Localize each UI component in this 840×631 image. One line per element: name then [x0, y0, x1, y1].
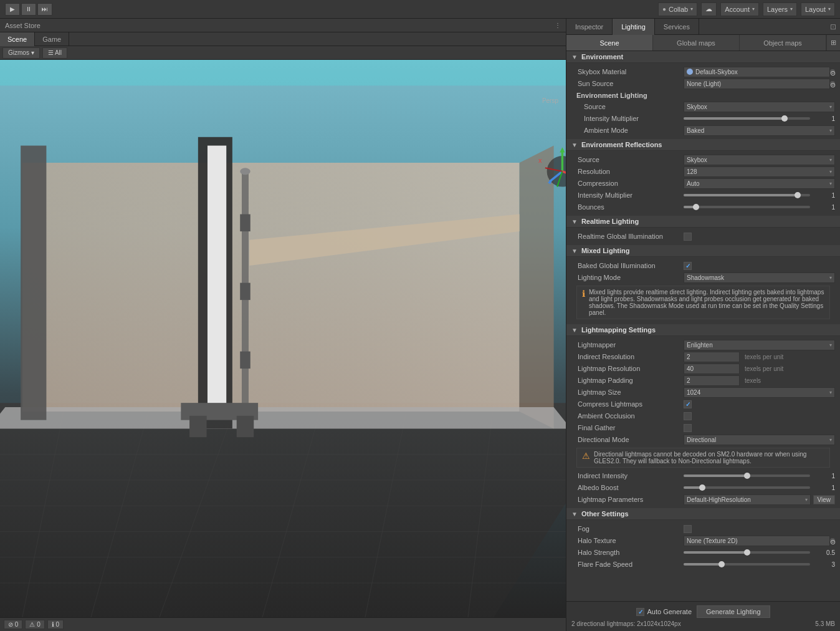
fog-checkbox[interactable]: ✓ [684, 525, 692, 533]
lightmap-padding-input[interactable] [684, 375, 740, 386]
compress-checkbox[interactable]: ✓ [684, 400, 692, 408]
ref-resolution-dropdown[interactable]: 128 ▾ [684, 166, 835, 177]
auto-generate-checkbox[interactable]: ✓ [636, 608, 644, 616]
indirect-res-unit: texels per unit [745, 354, 783, 360]
scene-tab[interactable]: Scene [0, 32, 35, 46]
env-intensity-num: 1 [813, 115, 835, 122]
albedo-boost-thumb[interactable] [699, 484, 705, 491]
panel-expand[interactable]: ⊡ [826, 22, 840, 31]
lightmap-params-row: Lightmap Parameters Default-HighResoluti… [571, 494, 835, 505]
other-settings-header[interactable]: ▼ Other Settings [566, 508, 840, 520]
subtab-extra[interactable]: ⊞ [826, 35, 840, 51]
directional-info-text: Directional lightmaps cannot be decoded … [594, 451, 824, 465]
final-gather-row: Final Gather ✓ [571, 422, 835, 433]
env-arrow-icon: ▼ [571, 54, 578, 60]
cloud-button[interactable]: ☁ [701, 2, 717, 16]
svg-point-23 [240, 168, 251, 175]
rgi-checkbox[interactable]: ✓ [684, 233, 692, 241]
skybox-select-btn[interactable]: ⊙ [830, 69, 835, 74]
footer-size: 5.3 MB [815, 620, 835, 627]
lightmap-res-unit: texels per unit [745, 365, 783, 372]
compress-label: Compress Lightmaps [571, 400, 684, 408]
ambient-mode-dropdown[interactable]: Baked ▾ [684, 125, 835, 136]
lighting-mode-dropdown[interactable]: Shadowmask ▾ [684, 272, 835, 283]
indirect-intensity-thumb[interactable] [744, 473, 750, 479]
svg-rect-21 [208, 146, 226, 412]
topbar: ▶ ⏸ ⏭ ● Collab ▾ ☁ Account ▾ Layers ▾ La… [0, 0, 840, 19]
bounces-thumb[interactable] [693, 204, 699, 210]
directional-mode-dropdown[interactable]: Directional ▾ [684, 435, 835, 445]
ref-intensity-thumb[interactable] [795, 192, 801, 198]
halo-texture-select-btn[interactable]: ⊙ [830, 538, 835, 543]
layers-dropdown[interactable]: Layers ▾ [763, 2, 797, 16]
flare-fade-slider: 3 [684, 561, 835, 568]
halo-strength-track[interactable] [684, 551, 810, 554]
tab-inspector[interactable]: Inspector [566, 19, 613, 35]
env-intensity-thumb[interactable] [781, 115, 788, 122]
flare-fade-track[interactable] [684, 563, 810, 566]
halo-strength-thumb[interactable] [744, 549, 750, 556]
lightmap-size-arrow: ▾ [829, 390, 832, 395]
final-gather-checkbox[interactable]: ✓ [684, 424, 692, 432]
game-tab[interactable]: Game [35, 32, 69, 46]
env-intensity-fill [684, 117, 785, 120]
fog-label: Fog [571, 525, 684, 532]
ref-source-dropdown[interactable]: Skybox ▾ [684, 155, 835, 165]
sun-source-obj[interactable]: None (Light) [684, 79, 830, 89]
scene-canvas[interactable]: x y z Persp [0, 60, 566, 617]
account-dropdown[interactable]: Account ▾ [720, 2, 759, 16]
sun-source-select-btn[interactable]: ⊙ [830, 81, 835, 86]
gizmos-button[interactable]: Gizmos ▾ [2, 47, 40, 59]
lightmap-params-view-btn[interactable]: View [813, 495, 836, 504]
asset-store-resize[interactable]: ⋮ [555, 22, 561, 29]
environment-section-header[interactable]: ▼ Environment [566, 51, 840, 63]
subtab-global-maps[interactable]: Global maps [653, 35, 740, 51]
env-section-title: Environment [581, 53, 623, 60]
subtab-scene[interactable]: Scene [566, 35, 653, 51]
bgi-checkbox[interactable]: ✓ [684, 262, 692, 270]
step-button[interactable]: ⏭ [37, 3, 52, 16]
viewport: Asset Store ⋮ Scene Game Gizmos ▾ ☰ All [0, 19, 566, 631]
all-button[interactable]: ☰ All [42, 47, 67, 59]
lightmapping-header[interactable]: ▼ Lightmapping Settings [566, 324, 840, 336]
ambient-mode-row: Ambient Mode Baked ▾ [571, 125, 835, 136]
bounces-track[interactable] [684, 206, 810, 208]
albedo-boost-track[interactable] [684, 486, 810, 489]
lightmapper-dropdown[interactable]: Enlighten ▾ [684, 340, 835, 350]
env-intensity-label: Intensity Multiplier [571, 115, 684, 122]
lightmap-size-dropdown[interactable]: 1024 ▾ [684, 387, 835, 398]
lightmap-params-dropdown[interactable]: Default-HighResolution ▾ [684, 494, 811, 505]
generate-lighting-btn[interactable]: Generate Lighting [697, 605, 770, 618]
directional-info-box: ⚠ Directional lightmaps cannot be decode… [576, 448, 830, 468]
sun-source-row: Sun Source None (Light) ⊙ [571, 78, 835, 89]
ref-compression-dropdown[interactable]: Auto ▾ [684, 178, 835, 189]
tab-lighting[interactable]: Lighting [613, 19, 655, 35]
panel-footer: ✓ Auto Generate Generate Lighting 2 dire… [566, 601, 840, 631]
mixed-header[interactable]: ▼ Mixed Lighting [566, 245, 840, 257]
env-reflections-header[interactable]: ▼ Environment Reflections [566, 139, 840, 151]
skybox-material-obj[interactable]: Default-Skybox [684, 67, 830, 77]
indirect-res-input[interactable] [684, 352, 740, 362]
tab-services[interactable]: Services [655, 19, 699, 35]
pause-button[interactable]: ⏸ [21, 3, 36, 16]
env-intensity-track[interactable] [684, 117, 810, 120]
ref-resolution-label: Resolution [571, 168, 684, 175]
mixed-arrow-icon: ▼ [571, 248, 578, 254]
play-button[interactable]: ▶ [5, 3, 20, 16]
ambient-mode-label: Ambient Mode [571, 127, 684, 134]
ref-intensity-track[interactable] [684, 194, 810, 196]
env-source-dropdown[interactable]: Skybox ▾ [684, 102, 835, 112]
albedo-boost-num: 1 [813, 484, 835, 491]
indirect-intensity-row: Indirect Intensity 1 [571, 470, 835, 481]
subtab-object-maps[interactable]: Object maps [740, 35, 826, 51]
layout-dropdown[interactable]: Layout ▾ [801, 2, 835, 16]
realtime-header[interactable]: ▼ Realtime Lighting [566, 216, 840, 228]
ao-checkbox[interactable]: ✓ [684, 412, 692, 420]
collab-dropdown[interactable]: ● Collab ▾ [658, 2, 697, 16]
ref-intensity-num: 1 [813, 192, 835, 199]
lightmap-res-input[interactable] [684, 364, 740, 374]
flare-fade-thumb[interactable] [718, 561, 725, 567]
indirect-intensity-track[interactable] [684, 474, 810, 477]
lightmap-padding-label: Lightmap Padding [571, 377, 684, 384]
halo-texture-obj[interactable]: None (Texture 2D) [684, 536, 830, 546]
